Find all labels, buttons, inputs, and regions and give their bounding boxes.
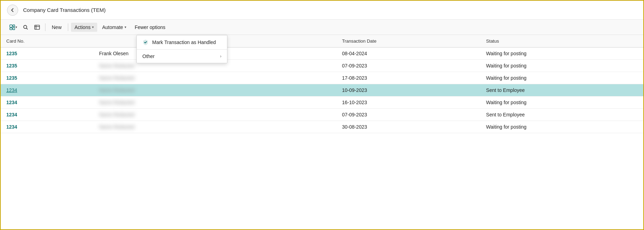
svg-rect-2 <box>13 25 15 27</box>
transaction-date-cell: 07-09-2023 <box>337 109 481 121</box>
svg-point-4 <box>24 25 27 28</box>
status-cell: Waiting for posting <box>481 48 643 60</box>
card-no-value: 1234 <box>6 100 17 105</box>
col-header-card-no: Card No. <box>1 35 93 48</box>
col-header-status: Status <box>481 35 643 48</box>
search-button[interactable] <box>21 23 30 31</box>
name-cell: Name Redacted <box>93 84 336 96</box>
table-row[interactable]: 1234Name Redacted16-10-2023Waiting for p… <box>1 96 643 109</box>
name-blurred: Name Redacted <box>99 124 134 130</box>
card-no-cell: 1234 <box>1 96 93 109</box>
automate-chevron: ▾ <box>125 25 126 29</box>
name-cell: Name Redacted <box>93 96 336 109</box>
transaction-date-cell: 30-08-2023 <box>337 121 481 133</box>
toolbar-divider-2 <box>68 23 68 31</box>
name-blurred: Name Redacted <box>99 63 134 69</box>
status-cell: Waiting for posting <box>481 96 643 109</box>
name-cell: Name Redacted <box>93 72 336 84</box>
fewer-options-button[interactable]: Fewer options <box>131 23 169 32</box>
svg-rect-6 <box>35 25 40 29</box>
transaction-date-cell: 07-09-2023 <box>337 60 481 72</box>
name-blurred: Name Redacted <box>99 100 134 105</box>
svg-line-5 <box>27 28 28 29</box>
mark-transaction-item[interactable]: Mark Transaction as Handled <box>137 35 227 49</box>
status-cell: Waiting for posting <box>481 60 643 72</box>
toolbar-divider-1 <box>45 23 45 31</box>
card-no-value: 1235 <box>6 63 17 69</box>
fewer-options-label: Fewer options <box>135 24 165 30</box>
svg-rect-0 <box>10 25 12 27</box>
status-cell: Waiting for posting <box>481 121 643 133</box>
app-frame: Company Card Transactions (TEM) ▾ <box>0 0 644 230</box>
table-row[interactable]: 1235Frank Olesen08-04-2024Waiting for po… <box>1 48 643 60</box>
mark-transaction-label: Mark Transaction as Handled <box>152 39 216 45</box>
page-title: Company Card Transactions (TEM) <box>23 7 106 13</box>
transactions-table: Card No. Transaction Date Status 1235Fra… <box>1 35 643 133</box>
name-blurred: Name Redacted <box>99 112 134 117</box>
actions-dropdown: Mark Transaction as Handled Other › <box>136 35 227 63</box>
card-no-cell: 1234 <box>1 109 93 121</box>
name-cell: Name Redacted <box>93 121 336 133</box>
status-cell: Sent to Employee <box>481 84 643 96</box>
actions-button-label: Actions <box>75 24 91 30</box>
col-header-transaction-date: Transaction Date <box>337 35 481 48</box>
other-submenu-arrow: › <box>220 54 221 59</box>
other-item[interactable]: Other › <box>137 50 227 63</box>
view-toggle-chevron: ▾ <box>15 25 17 29</box>
table-row[interactable]: 1234Name Redacted10-09-2023Sent to Emplo… <box>1 84 643 96</box>
card-no-cell: 1234 <box>1 121 93 133</box>
filter-button[interactable] <box>32 23 42 32</box>
card-no-value: 1234 <box>6 87 17 93</box>
name-cell: Name Redacted <box>93 109 336 121</box>
card-no-value: 1235 <box>6 75 17 81</box>
status-cell: Waiting for posting <box>481 72 643 84</box>
card-no-value: 1234 <box>6 124 17 130</box>
name-blurred: Name Redacted <box>99 75 134 81</box>
card-no-cell: 1235 <box>1 48 93 60</box>
table-row[interactable]: 1234Name Redacted07-09-2023Sent to Emplo… <box>1 109 643 121</box>
transaction-date-cell: 08-04-2024 <box>337 48 481 60</box>
transaction-date-cell: 16-10-2023 <box>337 96 481 109</box>
automate-button-label: Automate <box>102 24 123 30</box>
mark-transaction-icon <box>142 39 149 45</box>
table-header-row: Card No. Transaction Date Status <box>1 35 643 48</box>
card-no-value: 1235 <box>6 51 17 56</box>
new-button[interactable]: New <box>48 23 65 32</box>
card-no-cell: 1234 <box>1 84 93 96</box>
table-row[interactable]: 1235Name Redacted07-09-2023Waiting for p… <box>1 60 643 72</box>
status-cell: Sent to Employee <box>481 109 643 121</box>
table-row[interactable]: 1235Name Redacted17-08-2023Waiting for p… <box>1 72 643 84</box>
view-toggle-button[interactable]: ▾ <box>7 23 19 32</box>
toolbar: ▾ New Actions ▾ Automate <box>1 20 643 35</box>
table-area: Card No. Transaction Date Status 1235Fra… <box>1 35 643 133</box>
svg-rect-3 <box>13 27 15 30</box>
name-blurred: Name Redacted <box>99 87 134 93</box>
back-button[interactable] <box>7 5 18 16</box>
card-no-value: 1234 <box>6 112 17 117</box>
page-header: Company Card Transactions (TEM) <box>1 1 643 20</box>
table-row[interactable]: 1234Name Redacted30-08-2023Waiting for p… <box>1 121 643 133</box>
actions-button[interactable]: Actions ▾ <box>71 23 97 32</box>
other-label: Other <box>142 53 155 59</box>
actions-chevron: ▾ <box>92 25 94 29</box>
automate-button[interactable]: Automate ▾ <box>99 23 130 32</box>
new-button-label: New <box>52 24 62 30</box>
card-no-cell: 1235 <box>1 72 93 84</box>
card-no-cell: 1235 <box>1 60 93 72</box>
svg-rect-1 <box>10 28 12 30</box>
transaction-date-cell: 10-09-2023 <box>337 84 481 96</box>
transaction-date-cell: 17-08-2023 <box>337 72 481 84</box>
